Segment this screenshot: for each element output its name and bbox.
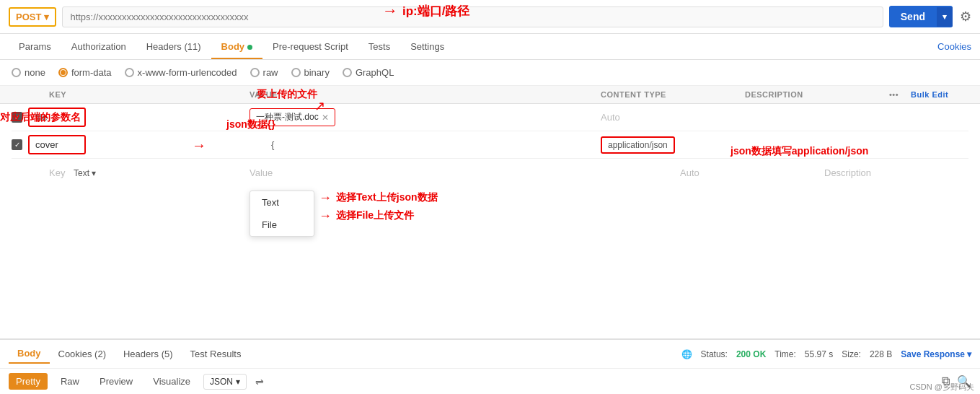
save-response-button[interactable]: Save Response ▾ [901, 349, 971, 359]
tab-params[interactable]: Params [9, 34, 61, 59]
tab-body[interactable]: Body [211, 34, 263, 59]
rtab-raw[interactable]: Raw [53, 373, 87, 390]
row2-key[interactable]: cover [28, 135, 86, 154]
rtab-visualize[interactable]: Visualize [146, 373, 198, 390]
new-description: Description [824, 167, 968, 178]
tab-headers[interactable]: Headers (11) [136, 34, 211, 59]
top-bar: POST ▾ → ip:端口/路径 Send ▾ ⚙ [0, 0, 980, 34]
method-select[interactable]: POST ▾ [9, 7, 56, 27]
tab-tests[interactable]: Tests [358, 34, 400, 59]
status-label: Status: [701, 349, 728, 359]
text-file-dropdown[interactable]: Text File [250, 191, 314, 237]
radio-raw [250, 68, 260, 77]
row2-content-type[interactable]: application/json [601, 136, 675, 154]
row1-file-tag: 一种票-测试.doc ✕ [250, 108, 335, 126]
row1-key[interactable]: file [28, 108, 86, 127]
new-key-label: Key Text ▾ [12, 167, 250, 178]
tab-settings[interactable]: Settings [400, 34, 454, 59]
size-label: Size: [842, 349, 861, 359]
col-bulk-edit[interactable]: Bulk Edit [911, 90, 968, 99]
dropdown-file[interactable]: File [250, 214, 314, 236]
watermark: CSDN @乡野码夫 [910, 382, 974, 393]
main-content: 对应后端的参数名 ✓ file 一种票-测试.doc ✕ 要上传的文件 [0, 104, 980, 186]
btab-headers[interactable]: Headers (5) [115, 345, 182, 363]
row1-filename: 一种票-测试.doc [256, 111, 319, 123]
status-value: 200 OK [736, 349, 766, 359]
row2-content-type-cell: application/json json数据填写application/jso… [601, 139, 745, 150]
tab-pre-request[interactable]: Pre-request Script [262, 34, 358, 59]
col-description: DESCRIPTION [745, 90, 889, 99]
btab-body[interactable]: Body [9, 344, 50, 364]
bottom-tabs: Body Cookies (2) Headers (5) Test Result… [0, 340, 980, 369]
radio-urlencoded [125, 68, 134, 77]
body-type-graphql[interactable]: GraphQL [343, 67, 394, 78]
col-value: VALUE [250, 90, 601, 99]
send-chevron: ▾ [937, 7, 953, 27]
request-tabs: Params Authorization Headers (11) Body P… [0, 34, 980, 60]
response-toolbar: Pretty Raw Preview Visualize JSON ▾ ⇌ ⧉ … [0, 369, 980, 394]
new-value-area: Value Text File → 选择Text上传json数据 → [250, 167, 680, 178]
row1-checkbox[interactable]: ✓ [12, 112, 22, 123]
tab-authorization[interactable]: Authorization [61, 34, 136, 59]
row1-key-cell: ✓ file [12, 108, 250, 127]
rtab-pretty[interactable]: Pretty [9, 373, 48, 390]
table-rows: ✓ file 一种票-测试.doc ✕ 要上传的文件 ↗ Auto [0, 104, 980, 186]
btab-cookies[interactable]: Cookies (2) [50, 345, 115, 363]
body-type-form-data[interactable]: form-data [58, 67, 112, 78]
radio-none [12, 68, 21, 77]
url-input[interactable] [62, 6, 883, 27]
row2-key-cell: ✓ cover [12, 135, 250, 154]
send-button[interactable]: Send ▾ [889, 6, 953, 27]
dropdown-text[interactable]: Text [250, 191, 314, 214]
body-type-bar: none form-data x-www-form-urlencoded raw… [0, 60, 980, 86]
new-key-row: Key Text ▾ Value Text File → [12, 159, 968, 186]
row2-json[interactable]: { [271, 139, 274, 150]
col-dots: ••• [889, 90, 911, 99]
row2-value-cell: → { json数据{} [250, 139, 601, 150]
table-header: KEY VALUE CONTENT TYPE DESCRIPTION ••• B… [0, 86, 980, 104]
text-file-annotations: → 选择Text上传json数据 → 选择File上传文件 [319, 191, 438, 224]
radio-graphql [343, 68, 352, 77]
bottom-panel: Body Cookies (2) Headers (5) Test Result… [0, 338, 980, 394]
btab-test-results[interactable]: Test Results [182, 345, 250, 363]
row1-file-close[interactable]: ✕ [322, 113, 329, 123]
row1-value-cell: 一种票-测试.doc ✕ 要上传的文件 ↗ [250, 108, 601, 126]
body-type-none[interactable]: none [12, 67, 45, 78]
col-key: KEY [12, 90, 250, 99]
method-chevron: ▾ [44, 12, 49, 22]
new-content-type: Auto [680, 167, 824, 178]
radio-form-data [58, 68, 68, 77]
status-bar: 🌐 Status: 200 OK Time: 55.97 s Size: 228… [681, 349, 971, 359]
body-type-binary[interactable]: binary [291, 67, 330, 78]
size-value: 228 B [870, 349, 892, 359]
body-type-raw[interactable]: raw [250, 67, 278, 78]
send-label: Send [889, 6, 937, 27]
radio-binary [291, 68, 301, 77]
table-row: ✓ cover → { json数据{} application/json [12, 131, 968, 159]
col-content-type: CONTENT TYPE [601, 90, 745, 99]
time-value: 55.97 s [805, 349, 833, 359]
globe-icon: 🌐 [681, 349, 692, 359]
row2-checkbox[interactable]: ✓ [12, 139, 22, 150]
body-dot [247, 45, 252, 50]
wrap-icon[interactable]: ⇌ [255, 376, 264, 388]
body-type-urlencoded[interactable]: x-www-form-urlencoded [125, 67, 237, 78]
table-row: ✓ file 一种票-测试.doc ✕ 要上传的文件 ↗ Auto [12, 104, 968, 131]
format-select[interactable]: JSON ▾ [203, 374, 247, 390]
row1-content-type: Auto [601, 112, 745, 123]
rtab-preview[interactable]: Preview [92, 373, 140, 390]
content-type-annotation: json数据填写application/json [730, 145, 868, 158]
method-label: POST [16, 12, 41, 22]
time-label: Time: [774, 349, 796, 359]
tab-cookies[interactable]: Cookies [937, 41, 971, 52]
text-dropdown-toggle[interactable]: Text ▾ [74, 168, 96, 178]
settings-icon[interactable]: ⚙ [960, 9, 971, 25]
